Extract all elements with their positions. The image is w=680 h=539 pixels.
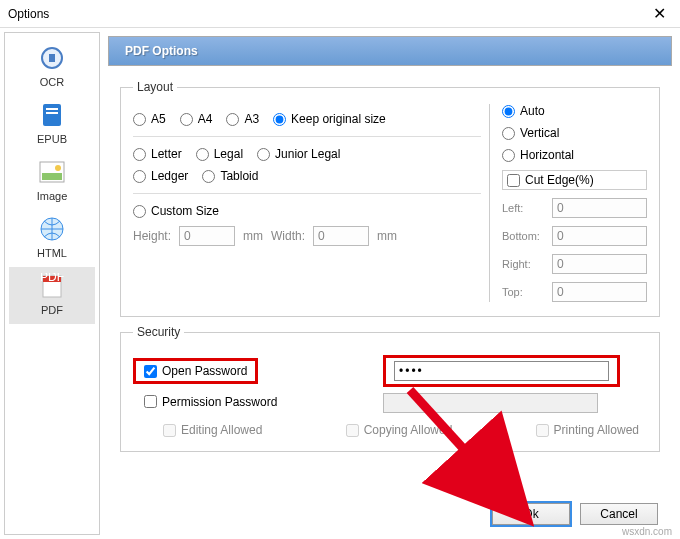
checkbox-cut-edge[interactable]: Cut Edge(%)	[502, 170, 647, 190]
permission-password-input[interactable]	[383, 393, 598, 413]
checkbox-permission-password[interactable]: Permission Password	[144, 395, 277, 409]
open-password-highlight: Open Password	[133, 358, 258, 384]
cancel-button[interactable]: Cancel	[580, 503, 658, 525]
sidebar-item-epub[interactable]: EPUB	[9, 96, 95, 153]
radio-vertical[interactable]: Vertical	[502, 126, 647, 140]
title-bar: Options ✕	[0, 0, 680, 28]
checkbox-editing-allowed[interactable]: Editing Allowed	[163, 423, 262, 437]
main-header: PDF Options	[108, 36, 672, 66]
radio-ledger[interactable]: Ledger	[133, 169, 188, 183]
radio-tabloid[interactable]: Tabloid	[202, 169, 258, 183]
sidebar-item-pdf[interactable]: PDF PDF	[9, 267, 95, 324]
image-icon	[38, 158, 66, 186]
sidebar-item-image[interactable]: Image	[9, 153, 95, 210]
main-panel: PDF Options Layout A5 A4 A3 Keep origina…	[104, 32, 676, 535]
sidebar-item-label: OCR	[40, 76, 64, 88]
security-legend: Security	[133, 325, 184, 339]
height-label: Height:	[133, 229, 171, 243]
radio-custom-size[interactable]: Custom Size	[133, 204, 219, 218]
ok-button[interactable]: Ok	[492, 503, 570, 525]
html-icon	[38, 215, 66, 243]
checkbox-copying-allowed[interactable]: Copying Allowed	[346, 423, 453, 437]
watermark: wsxdn.com	[622, 526, 672, 537]
right-label: Right:	[502, 258, 546, 270]
checkbox-open-password[interactable]: Open Password	[144, 364, 247, 378]
pdf-icon: PDF	[38, 272, 66, 300]
layout-fieldset: Layout A5 A4 A3 Keep original size Lette…	[120, 80, 660, 317]
radio-a5[interactable]: A5	[133, 112, 166, 126]
left-label: Left:	[502, 202, 546, 214]
radio-auto[interactable]: Auto	[502, 104, 647, 118]
radio-a4[interactable]: A4	[180, 112, 213, 126]
radio-legal[interactable]: Legal	[196, 147, 243, 161]
window-title: Options	[8, 7, 49, 21]
svg-rect-3	[46, 108, 58, 110]
sidebar-item-label: PDF	[41, 304, 63, 316]
ocr-icon	[38, 44, 66, 72]
svg-rect-6	[42, 173, 62, 180]
radio-letter[interactable]: Letter	[133, 147, 182, 161]
svg-rect-4	[46, 112, 58, 114]
radio-a3[interactable]: A3	[226, 112, 259, 126]
sidebar-item-label: Image	[37, 190, 68, 202]
svg-text:PDF: PDF	[40, 273, 64, 284]
close-button[interactable]: ✕	[647, 4, 672, 23]
security-fieldset: Security Open Password Permission Passwo…	[120, 325, 660, 452]
main-content: Layout A5 A4 A3 Keep original size Lette…	[104, 66, 676, 535]
sidebar-item-html[interactable]: HTML	[9, 210, 95, 267]
checkbox-printing-allowed[interactable]: Printing Allowed	[536, 423, 639, 437]
top-label: Top:	[502, 286, 546, 298]
sidebar: OCR EPUB Image HTML PDF PDF	[4, 32, 100, 535]
svg-rect-2	[43, 104, 61, 126]
width-label: Width:	[271, 229, 305, 243]
svg-rect-1	[49, 54, 55, 62]
bottom-label: Bottom:	[502, 230, 546, 242]
main-header-title: PDF Options	[125, 44, 198, 58]
right-input[interactable]	[552, 254, 647, 274]
top-input[interactable]	[552, 282, 647, 302]
footer: Ok Cancel	[492, 503, 658, 525]
width-unit: mm	[377, 229, 397, 243]
svg-point-7	[55, 165, 61, 171]
sidebar-item-ocr[interactable]: OCR	[9, 39, 95, 96]
body: OCR EPUB Image HTML PDF PDF	[0, 28, 680, 539]
radio-junior-legal[interactable]: Junior Legal	[257, 147, 340, 161]
height-unit: mm	[243, 229, 263, 243]
epub-icon	[38, 101, 66, 129]
sidebar-item-label: EPUB	[37, 133, 67, 145]
radio-horizontal[interactable]: Horizontal	[502, 148, 647, 162]
width-input[interactable]	[313, 226, 369, 246]
sidebar-item-label: HTML	[37, 247, 67, 259]
radio-keep-original[interactable]: Keep original size	[273, 112, 386, 126]
open-password-input[interactable]	[394, 361, 609, 381]
layout-legend: Layout	[133, 80, 177, 94]
left-input[interactable]	[552, 198, 647, 218]
open-password-field-highlight	[383, 355, 620, 387]
height-input[interactable]	[179, 226, 235, 246]
bottom-input[interactable]	[552, 226, 647, 246]
